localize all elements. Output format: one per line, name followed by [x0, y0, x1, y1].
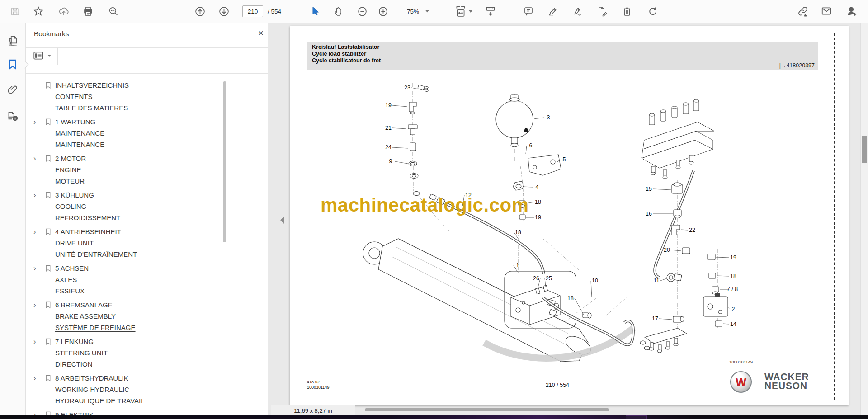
page-total-label: / 554 [268, 8, 281, 15]
callout-number: 14 [730, 321, 736, 327]
callout-number: 15 [646, 186, 652, 192]
bookmark-label[interactable]: 3 KÜHLUNGCOOLINGREFROIDISSEMENT [55, 189, 120, 223]
add-person-icon[interactable] [846, 5, 858, 17]
bookmark-label[interactable]: 4 ANTRIEBSEINHEITDRIVE UNITUNITÉ D'ENTRA… [55, 226, 137, 260]
taskbar-item [626, 415, 647, 419]
callout-number: 23 [404, 85, 410, 91]
close-icon[interactable]: × [255, 27, 267, 39]
bookmark-icon [44, 374, 52, 384]
zoom-out-icon[interactable] [356, 5, 368, 17]
bookmark-item[interactable]: INHALTSVERZEICHNISCONTENTSTABLE DES MATI… [25, 80, 268, 113]
callout-number: 21 [385, 125, 392, 131]
comment-icon[interactable] [523, 5, 534, 17]
page-dimensions-status: 11,69 x 8,27 in [271, 405, 355, 416]
bookmarks-panel-icon[interactable] [6, 57, 19, 71]
fit-width-caret-icon[interactable] [468, 5, 473, 17]
share-link-icon[interactable] [797, 5, 809, 17]
zoom-level-dropdown[interactable]: 75% [407, 8, 429, 15]
bookmark-label[interactable]: INHALTSVERZEICHNISCONTENTSTABLE DES MATI… [55, 80, 129, 113]
bookmarks-list: INHALTSVERZEICHNISCONTENTSTABLE DES MATI… [25, 73, 268, 419]
toolbar-separator [509, 4, 509, 19]
horizontal-scrollbar-thumb[interactable] [365, 408, 609, 411]
page-number-input[interactable] [242, 5, 263, 17]
highlighter-icon[interactable] [547, 5, 558, 17]
expand-chevron-icon[interactable]: › [33, 154, 41, 164]
signature-icon[interactable] [572, 5, 584, 17]
page-display-icon[interactable] [485, 5, 496, 17]
trash-icon[interactable] [621, 5, 633, 17]
bookmark-icon [44, 301, 52, 311]
callout-number: 19 [535, 214, 541, 221]
callout-number: 2 [732, 306, 735, 312]
bookmark-options-button[interactable] [33, 50, 51, 61]
document-info-icon[interactable] [6, 109, 19, 122]
callout-number: 4 [536, 184, 539, 190]
callout-number: 10 [592, 278, 598, 284]
expand-chevron-icon[interactable]: › [33, 227, 41, 237]
divider [57, 48, 58, 65]
bookmark-label[interactable]: 5 ACHSENAXLESESSIEUX [55, 263, 89, 297]
expand-chevron-icon[interactable]: › [33, 337, 41, 347]
bookmark-item[interactable]: ›2 MOTORENGINEMOTEUR [25, 153, 268, 187]
watermark: machinecatalogic.com [321, 194, 529, 216]
callout-number: 13 [515, 229, 521, 235]
callout-number: 20 [664, 247, 670, 253]
email-icon[interactable] [821, 5, 832, 17]
panel-scrollbar-track[interactable] [227, 73, 227, 419]
star-icon[interactable] [33, 5, 44, 17]
vertical-scrollbar-track[interactable] [860, 23, 868, 419]
zoom-in-icon[interactable] [377, 5, 389, 17]
callout-number: 11 [654, 278, 660, 284]
collapse-panel-handle[interactable] [280, 216, 284, 224]
previous-page-icon[interactable] [194, 5, 206, 17]
bookmark-icon [44, 337, 52, 348]
page-thumbnails-icon[interactable] [6, 34, 19, 47]
bookmark-item[interactable]: ›4 ANTRIEBSEINHEITDRIVE UNITUNITÉ D'ENTR… [25, 226, 268, 260]
edit-page-icon[interactable] [596, 5, 608, 17]
bookmark-item[interactable]: ›8 ARBEITSHYDRAULIKWORKING HYDRAULICHYDR… [25, 372, 268, 406]
expand-chevron-icon[interactable]: › [33, 117, 41, 127]
next-page-icon[interactable] [218, 5, 230, 17]
taskbar-edge [0, 415, 868, 419]
vertical-scrollbar-thumb[interactable] [862, 136, 867, 163]
bookmark-icon [44, 264, 52, 274]
expand-chevron-icon[interactable]: › [33, 373, 41, 383]
bookmark-item[interactable]: ›7 LENKUNGSTEERING UNITDIRECTION [25, 336, 268, 370]
bookmark-label[interactable]: 6 BREMSANLAGEBRAKE ASSEMBLYSYSTÈME DE FR… [55, 299, 136, 333]
bookmark-icon [44, 191, 52, 201]
expand-chevron-icon[interactable]: › [33, 300, 41, 310]
fit-width-icon[interactable] [455, 5, 467, 17]
expand-chevron-icon[interactable]: › [33, 190, 41, 200]
bookmark-item[interactable]: ›6 BREMSANLAGEBRAKE ASSEMBLYSYSTÈME DE F… [25, 299, 268, 333]
select-cursor-icon[interactable] [309, 5, 321, 17]
callout-number: 16 [646, 211, 652, 217]
callout-number: 5 [563, 156, 566, 163]
share-upload-icon[interactable] [58, 5, 70, 17]
redo-icon[interactable] [647, 5, 659, 17]
chevron-down-icon [47, 55, 51, 57]
bookmark-item[interactable]: ›3 KÜHLUNGCOOLINGREFROIDISSEMENT [25, 189, 268, 223]
print-icon[interactable] [82, 5, 94, 17]
toolbar: / 554 75% [0, 0, 868, 23]
save-icon[interactable] [9, 5, 21, 17]
bookmark-label[interactable]: 8 ARBEITSHYDRAULIKWORKING HYDRAULICHYDRA… [55, 372, 145, 406]
bookmark-label[interactable]: 2 MOTORENGINEMOTEUR [55, 153, 86, 187]
hand-pan-icon[interactable] [333, 5, 344, 17]
bookmark-item[interactable]: ›1 WARTUNGMAINTENANCEMAINTENANCE [25, 116, 268, 150]
callout-number: 22 [689, 227, 695, 233]
bookmark-item[interactable]: ›5 ACHSENAXLESESSIEUX [25, 263, 268, 297]
callout-number: 1 [516, 262, 519, 268]
toolbar-separator [295, 4, 295, 19]
search-icon[interactable] [108, 5, 119, 17]
callout-number: 26 [533, 275, 539, 282]
zoom-level-value: 75% [407, 8, 419, 15]
callout-number: 19 [385, 102, 392, 108]
callout-number: 12 [465, 192, 472, 198]
panel-scrollbar-thumb[interactable] [223, 81, 226, 242]
panel-title: Bookmarks [34, 30, 69, 38]
callout-number: 18 [730, 273, 736, 279]
attachments-icon[interactable] [6, 83, 19, 96]
expand-chevron-icon[interactable]: › [33, 264, 41, 273]
bookmark-label[interactable]: 1 WARTUNGMAINTENANCEMAINTENANCE [55, 116, 104, 150]
bookmark-label[interactable]: 7 LENKUNGSTEERING UNITDIRECTION [55, 336, 108, 370]
